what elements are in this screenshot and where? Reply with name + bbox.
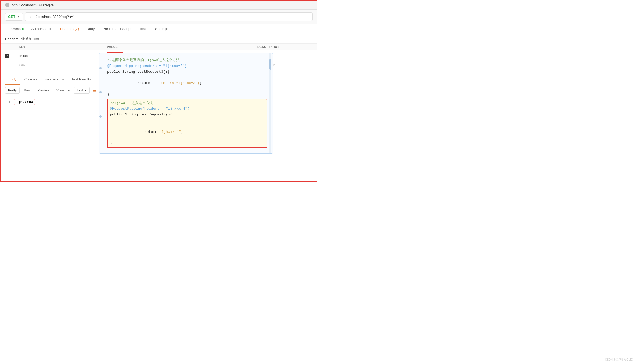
tab-cookies[interactable]: Cookies <box>21 74 41 85</box>
tab-params[interactable]: Params <box>5 24 27 34</box>
col-value-header: VALUE <box>107 45 257 48</box>
code-close-1: } <box>107 92 267 98</box>
tab-url: http://localhost:8080/req?a=1 <box>12 3 58 7</box>
hidden-badge: 👁 6 hidden <box>21 37 39 41</box>
code-overlay-panel: //这两个条件是互斥的，ljh=3进入这个方法 @RequestMapping(… <box>99 53 273 154</box>
eye-icon: 👁 <box>21 37 25 41</box>
tab-tests[interactable]: Tests <box>136 24 151 34</box>
tab-headers-result[interactable]: Headers (5) <box>42 74 67 85</box>
request-bar: GET ▼ <box>1 10 317 24</box>
hl-annotation: @RequestMapping(headers = "ljhxxx=4") <box>110 106 264 112</box>
headers-label: Headers <box>5 37 18 41</box>
row-key[interactable]: ljhxxx <box>19 54 107 58</box>
col-desc-header: DESCRIPTION <box>257 45 313 48</box>
code-method-1: public String testRequest3(){ <box>107 69 267 75</box>
method-dropdown[interactable]: GET ▼ <box>5 13 23 21</box>
code-comment-1: //这两个条件是互斥的，ljh=3进入这个方法 <box>107 58 267 63</box>
overlay-inner: //这两个条件是互斥的，ljh=3进入这个方法 @RequestMapping(… <box>99 53 273 153</box>
hl-return: return "ljhxxx=4"; <box>110 123 264 141</box>
tab-authorization[interactable]: Authorization <box>28 24 56 34</box>
table-header: KEY VALUE DESCRIPTION <box>1 44 317 50</box>
format-pretty[interactable]: Pretty <box>5 87 20 94</box>
top-bar: http://localhost:8080/req?a=1 <box>1 1 317 10</box>
chevron-down-icon: ▼ <box>17 15 20 18</box>
tab-settings[interactable]: Settings <box>152 24 171 34</box>
code-annotation-1: @RequestMapping(headers = "ljhxxx=3") <box>107 63 267 69</box>
line-number: 1 <box>5 100 10 104</box>
method-label: GET <box>8 15 15 19</box>
url-input[interactable] <box>25 12 313 21</box>
headers-section-bar: Headers 👁 6 hidden <box>1 34 317 44</box>
format-visualize[interactable]: Visualize <box>53 87 73 94</box>
scrollbar-track[interactable] <box>269 53 271 153</box>
col-key-header: KEY <box>19 45 107 48</box>
hl-method: public String testRequest4(){ <box>110 112 264 118</box>
row-checkbox[interactable] <box>5 54 19 58</box>
hl-empty <box>110 118 264 123</box>
code-content: ljhxxx=4 <box>14 99 35 105</box>
hl-comment: //ljh=4 进入这个方法 <box>110 101 264 106</box>
format-type-select[interactable]: Text ∨ <box>74 87 90 94</box>
params-dot <box>22 28 24 30</box>
highlight-block: //ljh=4 进入这个方法 @RequestMapping(headers =… <box>107 99 267 148</box>
hidden-count: 6 hidden <box>26 37 39 41</box>
scrollbar-thumb[interactable] <box>269 59 271 70</box>
wrap-icon[interactable]: ☰ <box>93 88 97 93</box>
request-tabs: Params Authorization Headers (7) Body Pr… <box>1 24 317 34</box>
format-preview[interactable]: Preview <box>34 87 52 94</box>
tab-headers[interactable]: Headers (7) <box>57 24 82 34</box>
tab-body-result[interactable]: Body <box>5 74 20 85</box>
code-return-1: return return "ljhxxx=3";; <box>107 75 267 92</box>
tab-test-results[interactable]: Test Results <box>68 74 94 85</box>
tab-prerequest[interactable]: Pre-request Script <box>99 24 135 34</box>
tab-icon <box>5 3 9 7</box>
tab-body[interactable]: Body <box>83 24 98 34</box>
format-chevron-icon: ∨ <box>84 88 87 92</box>
placeholder-key[interactable]: Key <box>19 63 107 67</box>
format-raw[interactable]: Raw <box>21 87 33 94</box>
hl-close: } <box>110 141 264 146</box>
